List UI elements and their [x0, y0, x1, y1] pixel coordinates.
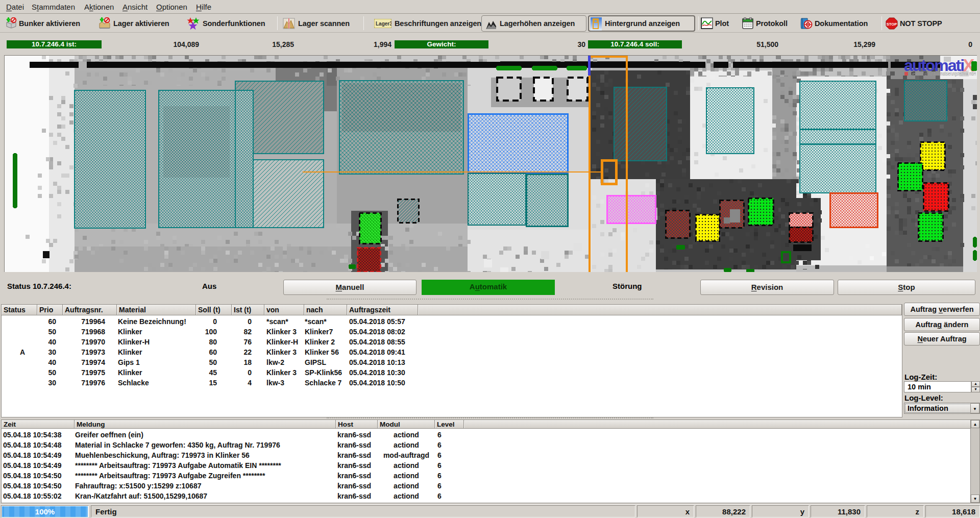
- svg-text:STOP: STOP: [887, 22, 897, 27]
- svg-text:Lager3: Lager3: [376, 21, 391, 27]
- svg-text:Gesellschaft für Automatisieru: Gesellschaft für Automatisierungstechnik…: [911, 71, 976, 77]
